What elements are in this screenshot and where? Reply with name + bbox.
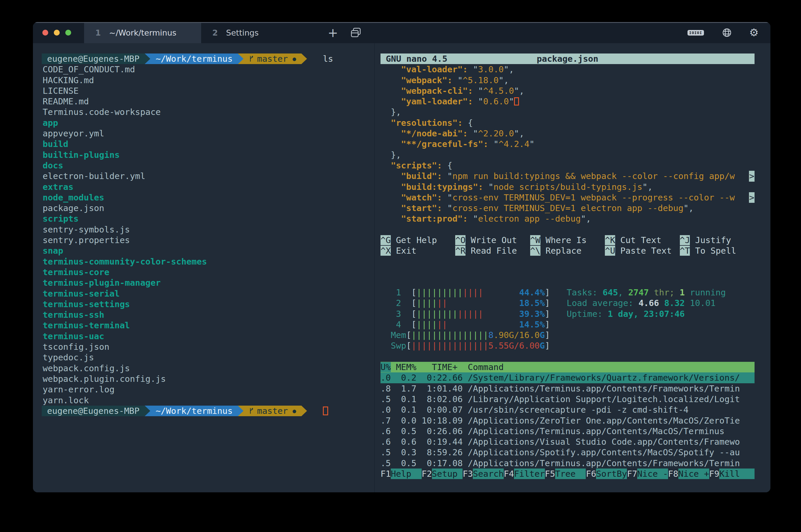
nano-shortcut[interactable]: ^W Where Is bbox=[530, 235, 605, 245]
window-top-highlight bbox=[33, 22, 770, 23]
typed-command: ls bbox=[323, 54, 333, 64]
shortcut-key: ^U bbox=[605, 246, 615, 256]
terminal-pane-right[interactable]: GNU nano 4.5package.json "val-loader": "… bbox=[375, 43, 770, 492]
file-item: sentry-symbols.js bbox=[33, 224, 374, 235]
htop-function-key-bar: F1Help F2Setup F3SearchF4FilterF5Tree F6… bbox=[380, 469, 755, 479]
fkey-action[interactable]: Kill bbox=[719, 469, 755, 479]
serial-port-icon[interactable]: IOIOI bbox=[688, 30, 704, 36]
fkey-name: F6 bbox=[586, 469, 596, 479]
shortcut-label: Cut Text bbox=[620, 235, 662, 245]
nano-line: "scripts": { bbox=[380, 160, 755, 171]
shortcut-label: To Spell bbox=[695, 246, 736, 256]
htop-meter-row: 4 [||||||14.5%] bbox=[391, 319, 755, 330]
shortcut-label: Read File bbox=[471, 246, 517, 256]
htop-info-line: Uptime: 1 day, 23:07:46 bbox=[567, 309, 726, 319]
new-tab-button[interactable]: + bbox=[324, 22, 342, 43]
nano-shortcut[interactable]: ^R Read File bbox=[455, 245, 530, 256]
nano-shortcut[interactable]: ^K Cut Text bbox=[605, 235, 679, 245]
fkey-action[interactable]: Filter bbox=[514, 469, 545, 479]
file-item: builtin-plugins bbox=[33, 150, 374, 160]
fkey-name: F3 bbox=[463, 469, 473, 479]
meter-bar: ||||||18.5% bbox=[416, 298, 545, 308]
nano-shortcut[interactable]: ^J Justify bbox=[680, 235, 755, 245]
nano-line: "**/graceful-fs": "^4.2.4" bbox=[380, 139, 755, 149]
process-row[interactable]: .7 0.0 10:18.09 /Applications/ZeroTier O… bbox=[380, 415, 755, 426]
shortcut-key: ^\ bbox=[530, 246, 540, 256]
meter-label: 1 bbox=[391, 287, 411, 298]
shortcut-key: ^R bbox=[455, 246, 465, 256]
htop-info-line: Tasks: 645, 2747 thr; 1 running bbox=[567, 287, 726, 298]
window-controls bbox=[33, 22, 84, 43]
nano-line: "start:prod": "electron app --debug", bbox=[380, 213, 755, 224]
nano-line: "start": "cross-env TERMINUS_DEV=1 elect… bbox=[380, 203, 755, 213]
powerline-arrow-icon bbox=[238, 54, 243, 64]
process-row[interactable]: .5 0.5 0:17.08 /Applications/Terminus.ap… bbox=[380, 458, 755, 469]
process-row[interactable]: .0 0.2 0:22.66 /System/Library/Framework… bbox=[380, 373, 755, 383]
nano-shortcut[interactable]: ^T To Spell bbox=[680, 245, 755, 256]
process-row[interactable]: .5 0.1 8:02.06 /Library/Application Supp… bbox=[380, 394, 755, 404]
fkey-name: F7 bbox=[627, 469, 637, 479]
fkey-name: F8 bbox=[668, 469, 678, 479]
terminal-pane-left[interactable]: eugene@Eugenes-MBP~/Work/terminusmaster●… bbox=[33, 43, 374, 492]
shortcut-label: Where Is bbox=[545, 235, 586, 245]
shortcut-key: ^W bbox=[530, 235, 540, 245]
fkey-action[interactable]: SortBy bbox=[596, 469, 627, 479]
fkey-action[interactable]: Setup bbox=[432, 469, 463, 479]
process-table-header[interactable]: U% MEM% TIME+ Command bbox=[380, 362, 755, 373]
process-row[interactable]: .0 0.1 0:00.07 /usr/sbin/screencapture -… bbox=[380, 404, 755, 415]
powerline-arrow-icon bbox=[145, 405, 150, 416]
fkey-action[interactable]: Nice + bbox=[678, 469, 709, 479]
terminal-cursor bbox=[323, 406, 328, 415]
nano-version: GNU nano 4.5 bbox=[386, 54, 448, 64]
file-item: scripts bbox=[33, 213, 374, 224]
process-row[interactable]: .6 0.5 0:26.06 /Applications/Terminus.ap… bbox=[380, 426, 755, 436]
file-item: terminus-settings bbox=[33, 299, 374, 309]
fkey-action[interactable]: Help bbox=[391, 469, 422, 479]
nano-shortcut[interactable]: ^G Get Help bbox=[380, 235, 455, 245]
file-item: terminus-uac bbox=[33, 331, 374, 342]
shortcut-label: Replace bbox=[545, 246, 581, 256]
nano-line: "resolutions": { bbox=[380, 118, 755, 128]
nano-line: "*/node-abi": "^2.20.0", bbox=[380, 128, 755, 139]
gear-icon[interactable]: ⚙ bbox=[749, 27, 759, 38]
git-dirty-dot-icon: ● bbox=[293, 405, 296, 416]
process-row[interactable]: .8 1.7 1:01.40 /Applications/Terminus.ap… bbox=[380, 383, 755, 394]
globe-icon[interactable] bbox=[722, 28, 732, 37]
meter-bar: ||||||14.5% bbox=[416, 319, 545, 330]
nano-line: "yaml-loader": "0.6.0" bbox=[380, 96, 755, 107]
nano-shortcut[interactable]: ^U Paste Text bbox=[605, 245, 679, 256]
process-row[interactable]: .6 0.6 0:19.44 /Applications/Visual Stud… bbox=[380, 436, 755, 447]
nano-line: "webpack-cli": "^4.5.0", bbox=[380, 86, 755, 96]
tab-terminal[interactable]: 1 ~/Work/terminus bbox=[84, 22, 201, 43]
process-row[interactable]: .5 0.3 8:59.26 /Applications/Spotify.app… bbox=[380, 447, 755, 458]
shell-prompt: eugene@Eugenes-MBP~/Work/terminusmaster●… bbox=[33, 54, 374, 64]
fkey-action[interactable]: Tree bbox=[555, 469, 586, 479]
git-branch-name: master bbox=[257, 405, 288, 416]
prompt-segment-user: eugene@Eugenes-MBP bbox=[42, 54, 145, 64]
file-item: terminus-community-color-schemes bbox=[33, 256, 374, 267]
file-item: node_modules bbox=[33, 192, 374, 203]
nano-shortcut[interactable]: ^\ Replace bbox=[530, 245, 605, 256]
file-item: build bbox=[33, 139, 374, 149]
prompt-segment-dir: ~/Work/terminus bbox=[150, 405, 238, 416]
tab-settings[interactable]: 2 Settings bbox=[201, 22, 318, 43]
close-button[interactable] bbox=[42, 30, 48, 36]
terminal-content: eugene@Eugenes-MBP~/Work/terminusmaster●… bbox=[33, 43, 770, 492]
file-item: README.md bbox=[33, 96, 374, 107]
minimize-button[interactable] bbox=[54, 30, 60, 36]
fkey-name: F5 bbox=[545, 469, 555, 479]
file-item: HACKING.md bbox=[33, 75, 374, 86]
shortcut-key: ^O bbox=[455, 235, 465, 245]
duplicate-tab-icon[interactable] bbox=[347, 22, 365, 43]
nano-shortcut[interactable]: ^O Write Out bbox=[455, 235, 530, 245]
nano-shortcut[interactable]: ^X Exit bbox=[380, 245, 455, 256]
git-branch-name: master bbox=[257, 54, 288, 64]
shortcut-label: Write Out bbox=[471, 235, 517, 245]
file-item: yarn.lock bbox=[33, 395, 374, 405]
powerline-arrow-icon bbox=[238, 405, 243, 416]
git-branch-icon bbox=[249, 55, 254, 63]
fkey-action[interactable]: Nice - bbox=[637, 469, 668, 479]
nano-line: }, bbox=[380, 107, 755, 117]
fkey-action[interactable]: Search bbox=[473, 469, 504, 479]
maximize-button[interactable] bbox=[65, 30, 71, 36]
